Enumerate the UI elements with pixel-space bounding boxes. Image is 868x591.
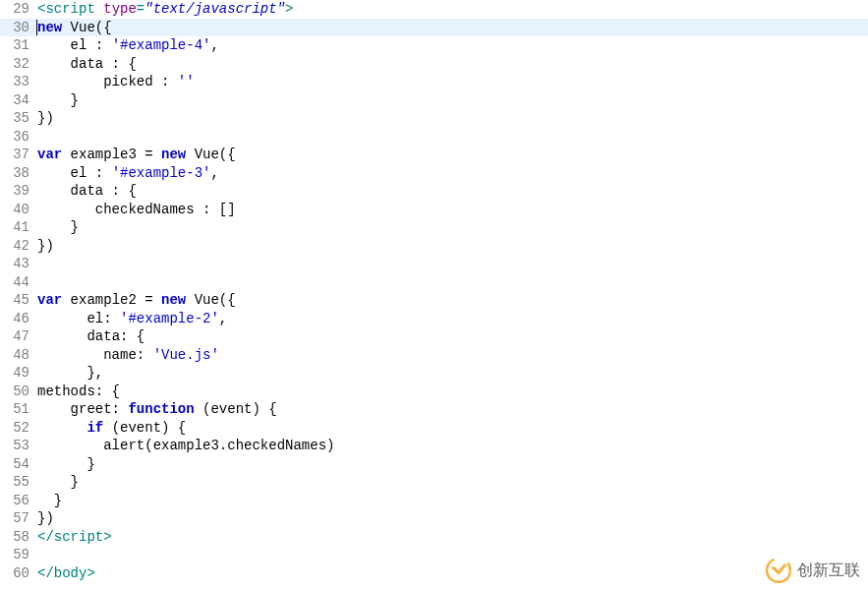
code-token: name: (103, 347, 152, 363)
code-line[interactable]: 43 (0, 255, 868, 273)
code-line[interactable]: 44 (0, 273, 868, 292)
code-content[interactable]: data : { (37, 55, 868, 74)
code-line[interactable]: 52 if (event) { (0, 419, 868, 438)
code-token: example2 = (62, 292, 161, 308)
code-line[interactable]: 29<script type="text/javascript"> (0, 0, 868, 19)
code-content[interactable]: </script> (37, 528, 868, 547)
line-number: 52 (0, 419, 37, 438)
line-number: 51 (0, 400, 37, 419)
code-token: , (210, 165, 218, 181)
code-token: data: { (87, 328, 145, 344)
code-line[interactable]: 41 } (0, 218, 868, 237)
code-line[interactable]: 60</body> (0, 564, 868, 583)
code-content[interactable]: var example3 = new Vue({ (37, 146, 868, 164)
code-content[interactable]: <script type="text/javascript"> (37, 0, 868, 19)
code-token: el : (71, 165, 112, 181)
line-number: 41 (0, 218, 37, 237)
code-line[interactable]: 33 picked : '' (0, 73, 868, 91)
code-line[interactable]: 38 el : '#example-3', (0, 164, 868, 183)
code-content[interactable]: } (37, 91, 868, 110)
code-line[interactable]: 47 data: { (0, 327, 868, 346)
line-number: 39 (0, 182, 37, 201)
code-line[interactable]: 46 el: '#example-2', (0, 310, 868, 328)
code-content[interactable]: el : '#example-3', (37, 164, 868, 183)
code-content[interactable]: </body> (37, 564, 868, 583)
code-content[interactable]: } (37, 455, 868, 474)
code-content[interactable]: }) (37, 237, 868, 256)
code-content[interactable] (37, 546, 868, 564)
code-content[interactable]: picked : '' (37, 73, 868, 91)
line-number: 57 (0, 509, 37, 528)
code-token: </ (37, 529, 54, 545)
code-content[interactable]: el: '#example-2', (37, 310, 868, 328)
code-content[interactable]: greet: function (event) { (37, 400, 868, 419)
code-content[interactable]: }) (37, 509, 868, 528)
code-line[interactable]: 59 (0, 546, 868, 564)
code-token: new (161, 147, 186, 162)
code-line[interactable]: 50methods: { (0, 383, 868, 401)
code-line[interactable]: 39 data : { (0, 182, 868, 201)
code-line[interactable]: 34 } (0, 91, 868, 110)
code-token: , (210, 37, 218, 53)
code-token: } (71, 219, 79, 235)
code-content[interactable]: checkedNames : [] (37, 201, 868, 219)
code-content[interactable] (37, 273, 868, 292)
line-number: 42 (0, 237, 37, 256)
code-token: script (54, 529, 103, 545)
code-token: Vue({ (186, 147, 235, 162)
code-editor[interactable]: 29<script type="text/javascript">30new V… (0, 0, 868, 582)
watermark-text: 创新互联 (797, 561, 860, 581)
code-content[interactable]: } (37, 492, 868, 510)
code-line[interactable]: 32 data : { (0, 55, 868, 74)
code-line[interactable]: 53 alert(example3.checkedNames) (0, 437, 868, 455)
code-line[interactable]: 36 (0, 128, 868, 147)
code-line[interactable]: 42}) (0, 237, 868, 256)
code-content[interactable]: var example2 = new Vue({ (37, 291, 868, 310)
code-token: var (37, 292, 62, 308)
line-number: 47 (0, 327, 37, 346)
code-content[interactable]: }, (37, 364, 868, 383)
code-line[interactable]: 35}) (0, 109, 868, 128)
code-content[interactable]: name: 'Vue.js' (37, 346, 868, 365)
svg-point-0 (766, 558, 791, 583)
code-content[interactable]: data: { (37, 327, 868, 346)
code-line[interactable]: 49 }, (0, 364, 868, 383)
code-token: }, (87, 365, 103, 381)
code-line[interactable]: 58</script> (0, 528, 868, 547)
code-token: } (54, 493, 62, 508)
watermark-logo: 创新互联 (766, 558, 860, 583)
code-content[interactable]: new Vue({ (37, 19, 868, 37)
code-token: script (45, 1, 94, 17)
code-content[interactable]: }) (37, 109, 868, 128)
code-line[interactable]: 37var example3 = new Vue({ (0, 146, 868, 164)
code-token: data : { (71, 183, 137, 199)
code-content[interactable]: alert(example3.checkedNames) (37, 437, 868, 455)
code-token: } (71, 92, 79, 108)
code-line[interactable]: 30new Vue({ (0, 19, 868, 37)
line-number: 54 (0, 455, 37, 474)
line-number: 56 (0, 492, 37, 510)
code-line[interactable]: 55 } (0, 473, 868, 492)
code-token: }) (37, 110, 54, 126)
code-content[interactable] (37, 255, 868, 273)
code-content[interactable]: if (event) { (37, 419, 868, 438)
code-line[interactable]: 57}) (0, 509, 868, 528)
code-line[interactable]: 48 name: 'Vue.js' (0, 346, 868, 365)
line-number: 58 (0, 528, 37, 547)
code-content[interactable]: data : { (37, 182, 868, 201)
line-number: 48 (0, 346, 37, 365)
code-line[interactable]: 40 checkedNames : [] (0, 201, 868, 219)
code-content[interactable]: methods: { (37, 383, 868, 401)
code-line[interactable]: 51 greet: function (event) { (0, 400, 868, 419)
code-content[interactable]: } (37, 218, 868, 237)
code-token: , (219, 311, 227, 326)
code-line[interactable]: 54 } (0, 455, 868, 474)
code-line[interactable]: 31 el : '#example-4', (0, 36, 868, 55)
code-token: body (54, 565, 87, 581)
code-line[interactable]: 45var example2 = new Vue({ (0, 291, 868, 310)
code-line[interactable]: 56 } (0, 492, 868, 510)
code-content[interactable]: } (37, 473, 868, 492)
code-content[interactable] (37, 128, 868, 147)
line-number: 33 (0, 73, 37, 91)
code-content[interactable]: el : '#example-4', (37, 36, 868, 55)
